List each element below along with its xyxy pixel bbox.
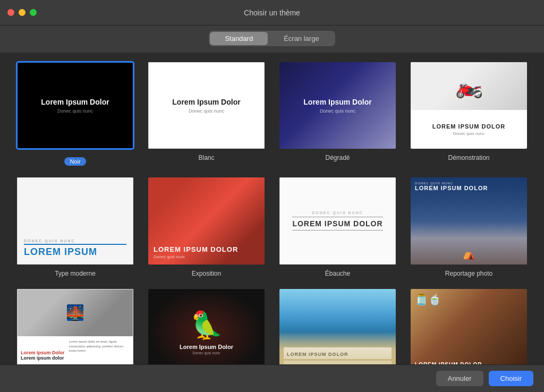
ebauche-title: LOREM IPSUM DOLOR [292,217,382,231]
noir-badge: Noir [64,157,86,166]
theme-thumbnail-degrade[interactable]: Lorem Ipsum Dolor Donec quis nunc [278,61,397,150]
artisanal-title: LOREM IPSUM DOLOR [415,362,523,364]
ardoise-parrot: 🦜 [190,310,223,340]
theme-item-blanc[interactable]: Lorem Ipsum Dolor Donec quis nunc Blanc [147,61,266,166]
theme-thumbnail-panorama[interactable]: LOREM IPSUM DOLOR Donec quis nunc [278,288,397,365]
theme-item-panorama[interactable]: LOREM IPSUM DOLOR Donec quis nunc Panora… [278,288,397,365]
choose-button[interactable]: Choisir [489,371,533,386]
theme-thumbnail-reportage-photo[interactable]: DONEC QUIS NUNC LOREM IPSUM DOLOR ⛺ [410,176,528,265]
reportage-title: LOREM IPSUM DOLOR [415,185,523,191]
theme-thumbnail-ebauche[interactable]: DONEC QUIS NUNC LOREM IPSUM DOLOR [278,176,397,265]
classique-body: Lorem ipsum dolor sit amet, ligula conse… [69,339,130,364]
theme-item-artisanal[interactable]: 🫙🍵 LOREM IPSUM DOLOR DONEC QUIS NUNC Art… [410,288,528,365]
theme-label-degrade: Dégradé [325,154,350,161]
title-bar: Choisir un thème [0,0,544,25]
theme-item-reportage-photo[interactable]: DONEC QUIS NUNC LOREM IPSUM DOLOR ⛺ Repo… [410,176,528,277]
theme-label-exposition: Exposition [192,270,221,277]
blanc-subtitle: Donec quis nunc [189,108,224,114]
theme-item-type-moderne[interactable]: DONEC QUIS NUNC LOREM IPSUM Type moderne [16,176,134,277]
close-button[interactable] [7,9,14,16]
footer: Annuler Choisir [0,364,544,392]
noir-subtitle: Donec quis nunc [57,108,93,114]
degrade-subtitle: Donec quis nunc [320,108,355,114]
theme-item-ardoise[interactable]: 🦜 Lorem Ipsum Dolor Donec quis nunc Ardo… [147,288,266,365]
blanc-title: Lorem Ipsum Dolor [172,98,240,106]
theme-thumbnail-exposition[interactable]: LOREM IPSUM DOLOR Donec quis nunc [147,176,266,265]
cancel-button[interactable]: Annuler [436,371,483,386]
maximize-button[interactable] [30,9,37,16]
themes-grid: Lorem Ipsum Dolor Donec quis nunc Noir L… [16,61,528,364]
themes-content: Lorem Ipsum Dolor Donec quis nunc Noir L… [0,53,544,364]
classique-title-red: Lorem Ipsum Dolor [21,350,65,355]
ardoise-title: Lorem Ipsum Dolor [180,344,233,350]
type-main: LOREM IPSUM [24,244,126,258]
demo-subtitle: Donec quis nunc [453,131,485,136]
theme-label-blanc: Blanc [198,154,214,161]
theme-item-noir[interactable]: Lorem Ipsum Dolor Donec quis nunc Noir [16,61,134,166]
tab-group: Standard Écran large [209,31,335,46]
theme-thumbnail-noir[interactable]: Lorem Ipsum Dolor Donec quis nunc [16,61,134,150]
theme-item-demonstration[interactable]: 🏍️ LOREM IPSUM DOLOR Donec quis nunc Dém… [410,61,528,166]
type-sub: DONEC QUIS NUNC [24,239,126,243]
theme-thumbnail-type-moderne[interactable]: DONEC QUIS NUNC LOREM IPSUM [16,176,134,265]
tab-widescreen[interactable]: Écran large [269,32,334,45]
theme-label-reportage-photo: Reportage photo [445,270,492,277]
window-title: Choisir un thème [244,8,300,17]
tab-bar: Standard Écran large [0,25,544,53]
theme-thumbnail-ardoise[interactable]: 🦜 Lorem Ipsum Dolor Donec quis nunc [147,288,266,365]
theme-thumbnail-artisanal[interactable]: 🫙🍵 LOREM IPSUM DOLOR DONEC QUIS NUNC [410,288,528,365]
demo-title: LOREM IPSUM DOLOR [432,123,505,130]
expo-subtitle: Donec quis nunc [154,254,259,259]
theme-label-type-moderne: Type moderne [55,270,96,277]
theme-label-ebauche: Ébauche [325,270,350,277]
expo-title: LOREM IPSUM DOLOR [154,245,259,253]
theme-thumbnail-demonstration[interactable]: 🏍️ LOREM IPSUM DOLOR Donec quis nunc [410,61,528,150]
ardoise-subtitle: Donec quis nunc [192,351,220,355]
minimize-button[interactable] [19,9,26,16]
theme-item-degrade[interactable]: Lorem Ipsum Dolor Donec quis nunc Dégrad… [278,61,397,166]
theme-item-exposition[interactable]: LOREM IPSUM DOLOR Donec quis nunc Exposi… [147,176,266,277]
theme-thumbnail-blanc[interactable]: Lorem Ipsum Dolor Donec quis nunc [147,61,266,150]
theme-label-demonstration: Démonstration [448,154,489,161]
noir-title: Lorem Ipsum Dolor [41,98,109,106]
classique-title-black: Lorem ipsum dolor [21,355,65,361]
theme-thumbnail-classique[interactable]: 🌉 Lorem Ipsum Dolor Lorem ipsum dolor Lo… [16,288,134,365]
tab-standard[interactable]: Standard [210,32,268,45]
traffic-lights [7,9,37,16]
theme-item-ebauche[interactable]: DONEC QUIS NUNC LOREM IPSUM DOLOR Ébauch… [278,176,397,277]
ebauche-sub: DONEC QUIS NUNC [312,211,363,215]
degrade-title: Lorem Ipsum Dolor [303,98,371,106]
theme-item-classique[interactable]: 🌉 Lorem Ipsum Dolor Lorem ipsum dolor Lo… [16,288,134,365]
